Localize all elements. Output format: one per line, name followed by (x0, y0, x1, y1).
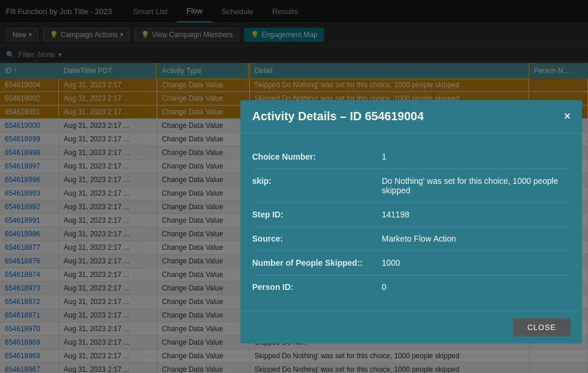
modal-field-row: skip:Do Nothing' was set for this choice… (252, 169, 570, 203)
modal-field-value: Marketo Flow Action (382, 234, 570, 243)
modal-footer: CLOSE (240, 311, 582, 344)
modal-field-label: Choice Number: (252, 152, 382, 161)
modal-close-button[interactable]: × (564, 110, 570, 123)
modal-field-value: 0 (382, 282, 570, 292)
modal-field-value: Do Nothing' was set for this choice, 100… (382, 176, 570, 195)
close-button[interactable]: CLOSE (513, 318, 570, 336)
modal-field-value: 1000 (382, 258, 570, 268)
modal-field-label: Step ID: (252, 210, 382, 219)
modal-field-row: Choice Number:1 (252, 145, 570, 169)
modal-field-label: Source: (252, 234, 382, 243)
modal-field-row: Step ID:141198 (252, 203, 570, 227)
modal-field-row: Number of People Skipped::1000 (252, 251, 570, 275)
modal-title: Activity Details – ID 654619004 (252, 110, 424, 123)
modal-field-row: Source:Marketo Flow Action (252, 227, 570, 251)
modal-overlay: Activity Details – ID 654619004 × Choice… (0, 0, 588, 373)
activity-details-modal: Activity Details – ID 654619004 × Choice… (240, 100, 582, 344)
modal-field-row: Person ID:0 (252, 275, 570, 299)
modal-field-label: Person ID: (252, 282, 382, 292)
modal-field-value: 141198 (382, 210, 570, 219)
modal-header: Activity Details – ID 654619004 × (240, 100, 582, 133)
modal-field-label: skip: (252, 176, 382, 195)
modal-field-value: 1 (382, 152, 570, 161)
modal-body: Choice Number:1skip:Do Nothing' was set … (240, 133, 582, 311)
modal-field-label: Number of People Skipped:: (252, 258, 382, 268)
